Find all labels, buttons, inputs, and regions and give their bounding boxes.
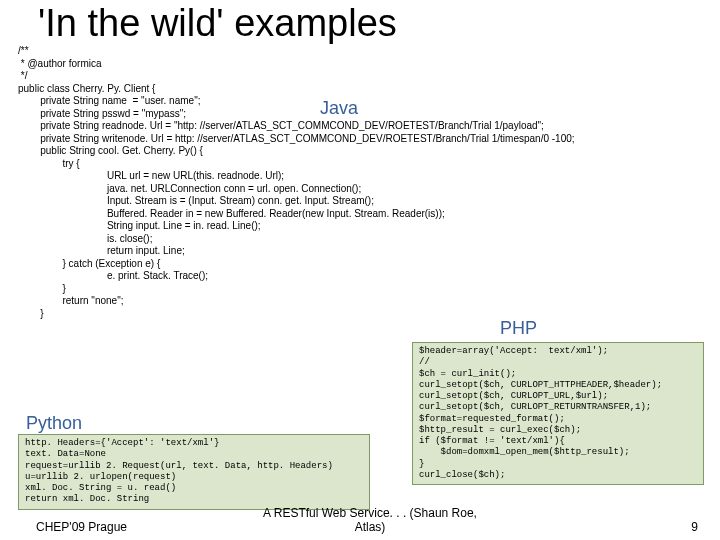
python-code-box: http. Headers={'Accept': 'text/xml'} tex… <box>18 434 370 510</box>
php-code-box: $header=array('Accept: text/xml'); // $c… <box>412 342 704 485</box>
footer-center: A RESTful Web Service. . . (Shaun Roe, A… <box>250 506 490 534</box>
python-label: Python <box>26 413 82 434</box>
slide-title: 'In the wild' examples <box>38 2 720 45</box>
java-label: Java <box>320 98 358 119</box>
footer-left: CHEP'09 Prague <box>36 520 127 534</box>
php-label: PHP <box>500 318 537 339</box>
java-code-block: /** * @author formica */ public class Ch… <box>18 45 720 320</box>
page-number: 9 <box>691 520 698 534</box>
